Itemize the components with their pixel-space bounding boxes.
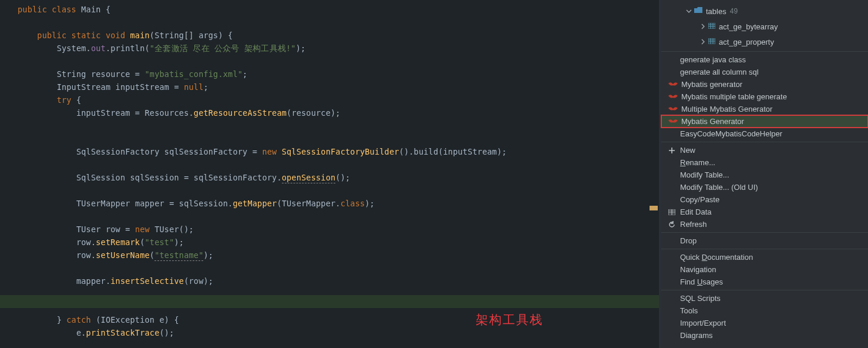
class-ref: SqlSessionFactoryBuilder [282,147,399,156]
keyword: new [262,147,277,156]
type: SqlSessionFactory [76,147,160,156]
menu-mybatis-generator-highlighted[interactable]: Mybatis Generator [661,115,868,128]
variable: row [76,237,91,247]
string-literal: "test" [145,237,174,247]
variable: inputStream [76,108,130,118]
type: String [57,69,86,79]
type: TUserMapper [76,199,130,208]
variable: sqlSessionFactory [164,147,248,156]
bat-icon [668,118,678,126]
class-ref: Resources [145,108,189,118]
identifier: sqlSessionFactory [194,173,277,182]
keyword: null [184,82,203,92]
chevron-right-icon[interactable] [699,38,707,46]
string-literal: "testname" [154,250,203,261]
tree-label: tables [706,7,726,16]
tree-table-item[interactable]: act_ge_property [661,34,868,49]
variable: mapper [135,199,164,208]
param: args [199,31,218,40]
menu-quick-documentation[interactable]: Quick Documentation [661,251,868,263]
arg: resource [291,108,331,118]
code-editor[interactable]: public class Main { public static void m… [0,0,661,348]
menu-import-export[interactable]: Import/Export [661,317,868,329]
menu-divider [661,249,868,249]
menu-new[interactable]: New [661,144,868,156]
watermark-text: 架构工具栈 [476,312,543,328]
code-content[interactable]: public class Main { public static void m… [6,0,661,348]
bat-icon [668,81,678,89]
bat-icon [668,105,678,113]
table-icon [708,22,715,31]
menu-mybatis-multiple-table-generate[interactable]: Mybatis multiple table generate [661,91,868,103]
string-literal: "全套激活 尽在 公众号 架构工具栈!" [150,44,296,53]
menu-mybatis-generator[interactable]: Mybatis generator [661,78,868,91]
method-call: setRemark [96,237,140,247]
menu-sql-scripts[interactable]: SQL Scripts [661,292,868,304]
menu-edit-data[interactable]: Edit Data [661,206,868,218]
bat-icon [668,93,678,101]
keyword: public [18,5,47,14]
method-call: getResourceAsStream [194,108,287,118]
variable: inputStream [116,82,170,92]
identifier: sqlSession [179,199,228,208]
menu-generate-all-column-sql[interactable]: generate all column sql [661,66,868,78]
menu-tools[interactable]: Tools [661,304,868,317]
type: String [154,31,184,40]
chevron-right-icon[interactable] [699,22,707,31]
class-ref: TUserMapper [282,199,336,208]
menu-divider [661,290,868,290]
table-icon [667,208,677,216]
type: SqlSession [76,173,125,182]
method-call: setUserName [96,250,150,260]
field: out [91,44,106,53]
menu-multiple-mybatis-generator[interactable]: Multiple Mybatis Generator [661,103,868,115]
menu-modify-table-old-ui[interactable]: Modify Table... (Old UI) [661,181,868,193]
menu-easycode-helper[interactable]: EasyCodeMybatisCodeHelper [661,128,868,140]
keyword: try [57,95,72,105]
table-icon [708,38,715,46]
menu-copy-paste[interactable]: Copy/Paste [661,193,868,206]
method-call: printStackTrace [86,328,160,337]
arg: inputStream [443,147,497,156]
svg-rect-0 [708,23,715,29]
menu-divider [661,51,868,52]
keyword: void [106,31,125,40]
type: TUser [76,225,101,234]
variable: mapper [76,276,106,286]
keyword: new [135,225,150,234]
db-tree: tables 49 act_ge_bytearray act_ge_proper… [661,0,868,49]
identifier: System [57,44,86,53]
method-name: main [130,31,150,40]
menu-drop[interactable]: Drop [661,235,868,247]
keyword: class [52,5,76,14]
menu-divider [661,142,868,142]
refresh-icon [667,220,677,229]
variable: sqlSession [130,173,179,182]
method-call: insertSelective [110,276,184,286]
constructor: TUser [154,225,179,234]
menu-navigation[interactable]: Navigation [661,263,868,276]
method-call: getMapper [233,199,277,208]
tree-count: 49 [730,7,738,15]
folder-icon [694,7,702,16]
string-literal: "mybatis_config.xml" [145,69,243,79]
variable: resource [91,69,130,79]
method-call: build [414,147,439,156]
arg: row [189,276,203,286]
chevron-down-icon[interactable] [685,7,693,15]
type: IOException [101,315,155,324]
menu-generate-java-class[interactable]: generate java class [661,53,868,66]
menu-rename[interactable]: Rename... [661,156,868,169]
menu-refresh[interactable]: Refresh [661,218,868,230]
menu-diagrams[interactable]: Diagrams [661,329,868,342]
svg-rect-5 [708,38,715,44]
tree-table-item[interactable]: act_ge_bytearray [661,19,868,34]
menu-find-usages[interactable]: Find Usages [661,276,868,288]
menu-divider [661,232,868,233]
plus-icon [667,146,677,155]
tree-folder-tables[interactable]: tables 49 [661,4,868,19]
method-call: println [110,44,144,53]
menu-modify-table[interactable]: Modify Table... [661,169,868,181]
keyword: public [37,31,66,40]
tree-label: act_ge_property [719,38,774,46]
